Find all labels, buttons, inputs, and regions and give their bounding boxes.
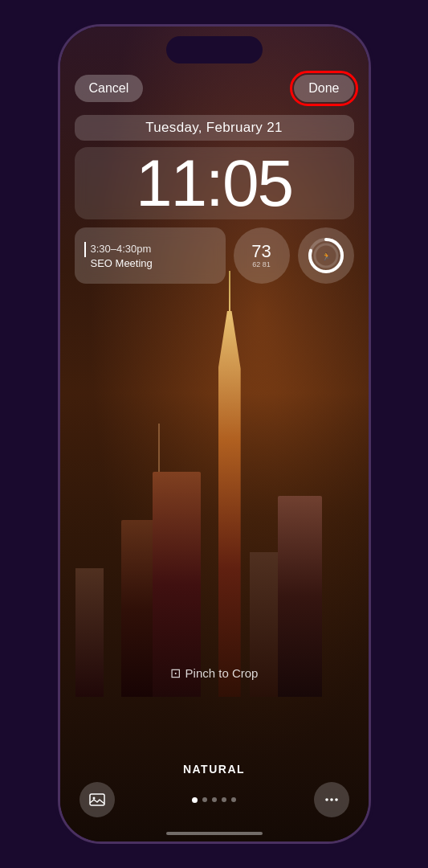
svg-point-7 (330, 798, 333, 801)
tower-left (153, 472, 201, 697)
widgets-row: 3:30–4:30pm SEO Meeting 73 62 81 🏃 (75, 227, 354, 284)
phone-frame: Cancel Done Tuesday, February 21 11:05 3… (58, 24, 371, 844)
dot-4 (222, 797, 226, 802)
event-name: SEO Meeting (84, 257, 216, 269)
svg-text:🏃: 🏃 (321, 252, 331, 261)
event-time: 3:30–4:30pm (84, 242, 216, 256)
top-bar: Cancel Done (60, 75, 369, 102)
home-indicator (166, 832, 263, 835)
dot-5 (231, 797, 236, 802)
more-options-button[interactable] (314, 782, 349, 817)
dot-1 (192, 797, 198, 803)
date-widget[interactable]: Tuesday, February 21 (75, 115, 354, 141)
filter-label: NATURAL (183, 763, 245, 776)
pinch-to-crop: ⊡ Pinch to Crop (170, 665, 259, 681)
wallpaper-button[interactable] (79, 782, 115, 817)
weather-widget[interactable]: 73 62 81 (234, 227, 290, 284)
dots-indicator (192, 797, 236, 803)
tower-right (278, 496, 322, 697)
bottom-actions (60, 782, 369, 817)
dot-3 (212, 797, 217, 802)
lock-screen: Tuesday, February 21 11:05 3:30–4:30pm S… (60, 115, 369, 284)
crane (158, 424, 160, 472)
activity-ring-icon: 🏃 (306, 235, 346, 276)
time-text: 11:05 (136, 146, 292, 219)
cancel-button[interactable]: Cancel (75, 75, 144, 102)
dot-2 (202, 797, 207, 802)
image-icon (88, 791, 106, 809)
ellipsis-icon (323, 791, 340, 809)
calendar-widget[interactable]: 3:30–4:30pm SEO Meeting (75, 227, 226, 284)
time-widget[interactable]: 11:05 (75, 147, 354, 219)
pinch-crop-label: Pinch to Crop (185, 666, 259, 680)
done-button[interactable]: Done (294, 75, 353, 102)
weather-temp: 73 (251, 243, 271, 260)
crop-icon: ⊡ (170, 665, 181, 681)
svg-point-8 (335, 798, 338, 801)
weather-range: 62 81 (252, 260, 271, 268)
date-text: Tuesday, February 21 (145, 120, 282, 135)
svg-point-6 (325, 798, 328, 801)
tower-main (218, 311, 241, 697)
notch (166, 36, 263, 63)
tower-far-left (75, 568, 104, 697)
svg-rect-4 (90, 794, 104, 805)
svg-point-5 (92, 797, 95, 800)
skyline (60, 231, 369, 697)
bottom-bar: NATURAL (60, 763, 369, 817)
activity-widget[interactable]: 🏃 (298, 227, 354, 284)
